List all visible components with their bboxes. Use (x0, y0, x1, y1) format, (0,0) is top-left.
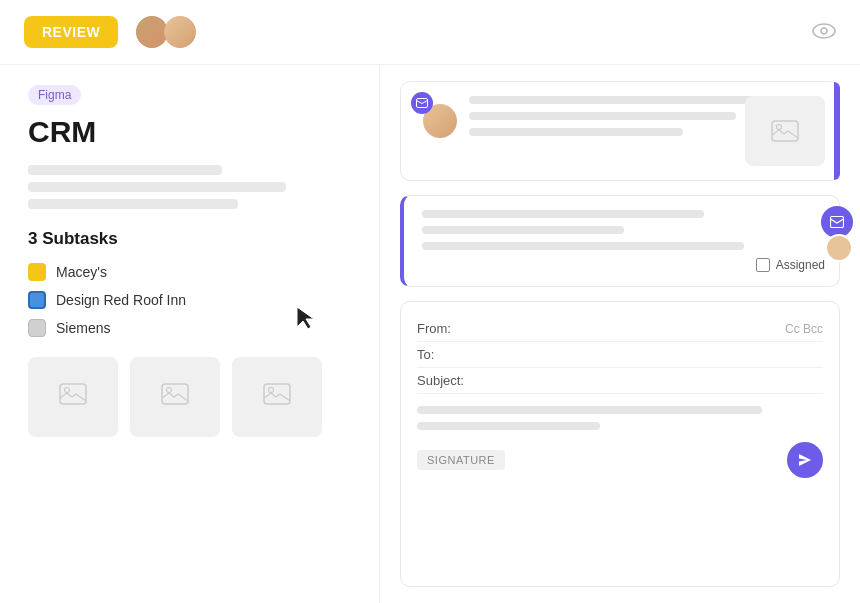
subtask-icon-blue (28, 291, 46, 309)
image-icon-2 (161, 383, 189, 411)
subtask-icon-yellow (28, 263, 46, 281)
card1-line-1 (469, 96, 789, 104)
subtasks-title: 3 Subtasks (28, 229, 351, 249)
subtask-item-design-red-roof[interactable]: Design Red Roof Inn (28, 291, 351, 309)
subtask-label-maceys: Macey's (56, 264, 107, 280)
thumbnail-row (28, 357, 351, 437)
assigned-badge: Assigned (422, 258, 825, 272)
desc-line-2 (28, 182, 286, 192)
figma-tag: Figma (28, 85, 81, 105)
card2-line-1 (422, 210, 704, 218)
card1-image (745, 96, 825, 166)
main-layout: Figma CRM 3 Subtasks Macey's Design Red … (0, 65, 860, 603)
left-panel: Figma CRM 3 Subtasks Macey's Design Red … (0, 65, 380, 603)
compose-to-label: To: (417, 347, 477, 362)
card1-line-3 (469, 128, 683, 136)
image-icon-1 (59, 383, 87, 411)
card1-content (469, 96, 825, 166)
svg-rect-11 (831, 217, 844, 228)
thumbnail-1[interactable] (28, 357, 118, 437)
top-bar: REVIEW (0, 0, 860, 65)
compose-footer: SIGNATURE (417, 442, 823, 478)
assigned-label: Assigned (776, 258, 825, 272)
desc-line-3 (28, 199, 238, 209)
compose-subject-field: Subject: (417, 368, 823, 394)
svg-rect-6 (264, 384, 290, 404)
thumbnail-3[interactable] (232, 357, 322, 437)
thumbnail-2[interactable] (130, 357, 220, 437)
svg-rect-2 (60, 384, 86, 404)
compose-subject-label: Subject: (417, 373, 477, 388)
compose-from-field: From: Cc Bcc (417, 316, 823, 342)
subtask-label-siemens: Siemens (56, 320, 110, 336)
subtask-label-design-red-roof: Design Red Roof Inn (56, 292, 186, 308)
card1-line-2 (469, 112, 736, 120)
eye-icon[interactable] (812, 21, 836, 44)
email-avatar-outer-1 (415, 96, 457, 138)
top-bar-left: REVIEW (24, 14, 198, 50)
email-card-2[interactable]: Assigned (400, 195, 840, 287)
subtask-list: Macey's Design Red Roof Inn Siemens (28, 263, 351, 337)
assigned-checkbox[interactable] (756, 258, 770, 272)
svg-rect-4 (162, 384, 188, 404)
compose-body[interactable] (417, 406, 823, 430)
avatars (134, 14, 198, 50)
desc-line-1 (28, 165, 222, 175)
subtask-item-siemens[interactable]: Siemens (28, 319, 351, 337)
svg-point-0 (813, 24, 835, 38)
card2-line-3 (422, 242, 744, 250)
compose-from-label: From: (417, 321, 477, 336)
email-card-1-header (415, 96, 825, 166)
svg-point-5 (167, 388, 172, 393)
svg-point-3 (65, 388, 70, 393)
svg-point-7 (269, 388, 274, 393)
email-card-1[interactable] (400, 81, 840, 181)
card2-line-2 (422, 226, 624, 234)
card1-accent (834, 82, 840, 180)
cc-bcc-label[interactable]: Cc Bcc (785, 322, 823, 336)
subtask-item-maceys[interactable]: Macey's (28, 263, 351, 281)
avatar-2 (162, 14, 198, 50)
card2-lines (422, 210, 825, 250)
subtask-icon-gray (28, 319, 46, 337)
card2-avatar (825, 234, 853, 262)
svg-rect-9 (772, 121, 798, 141)
signature-button[interactable]: SIGNATURE (417, 450, 505, 470)
svg-point-10 (777, 125, 782, 130)
right-panel: Assigned From: Cc Bcc To: Subject: (380, 65, 860, 603)
svg-point-1 (821, 28, 827, 34)
send-button[interactable] (787, 442, 823, 478)
image-icon-3 (263, 383, 291, 411)
card2-avatar-container (821, 206, 853, 262)
body-line-2 (417, 422, 600, 430)
email-badge-1 (411, 92, 433, 114)
project-title: CRM (28, 115, 351, 149)
review-button[interactable]: REVIEW (24, 16, 118, 48)
description-lines (28, 165, 351, 209)
body-line-1 (417, 406, 762, 414)
compose-area: From: Cc Bcc To: Subject: SIGNATURE (400, 301, 840, 587)
compose-to-field: To: (417, 342, 823, 368)
